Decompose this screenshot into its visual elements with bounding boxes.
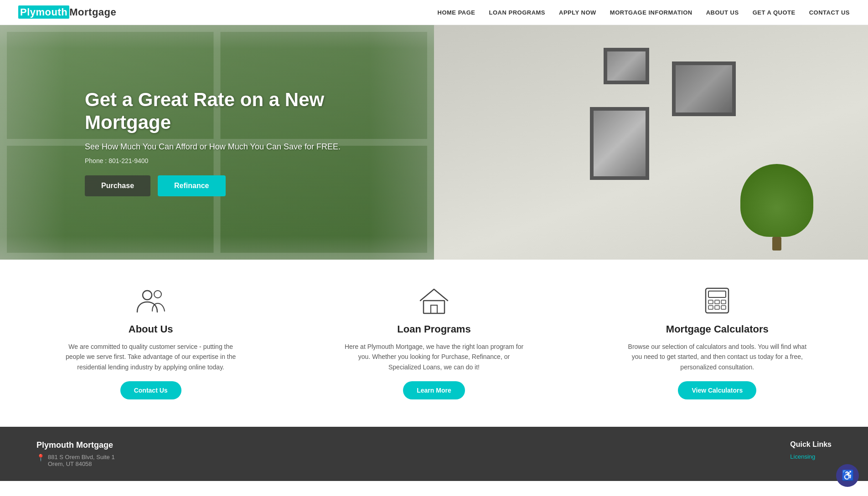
footer-address-line1: 881 S Orem Blvd, Suite 1 (48, 454, 115, 460)
features-section: About Us We are committed to quality cus… (0, 260, 868, 427)
svg-rect-12 (708, 306, 713, 309)
nav-loan-programs[interactable]: LOAN PROGRAMS (489, 9, 546, 16)
svg-rect-8 (708, 291, 726, 297)
footer-address: 📍 881 S Orem Blvd, Suite 1 Orem, UT 8405… (36, 454, 115, 467)
hero-headline: Get a Great Rate on a New Mortgage (85, 88, 349, 134)
wall-frame-3 (590, 107, 649, 180)
wall-frame-1 (604, 48, 649, 84)
nav-about-us[interactable]: ABOUT US (706, 9, 739, 16)
svg-rect-9 (708, 300, 713, 304)
plant (740, 164, 813, 246)
hero-content: Get a Great Rate on a New Mortgage See H… (57, 70, 377, 215)
svg-rect-5 (424, 301, 444, 313)
contact-us-button[interactable]: Contact Us (120, 381, 181, 399)
about-us-icon (60, 287, 242, 316)
svg-rect-14 (721, 306, 726, 309)
nav-get-quote[interactable]: GET A QUOTE (753, 9, 796, 16)
feature-mortgage-calculators: Mortgage Calculators Browse our selectio… (626, 287, 808, 399)
footer-quick-links-title: Quick Links (790, 440, 832, 449)
footer-link-licensing[interactable]: Licensing (790, 453, 832, 460)
feature-calculators-title: Mortgage Calculators (626, 323, 808, 335)
feature-loan-programs-title: Loan Programs (343, 323, 525, 335)
loan-programs-icon (343, 287, 525, 316)
hero-phone: Phone : 801-221-9400 (85, 157, 349, 164)
mortgage-calculators-icon (626, 287, 808, 316)
learn-more-button[interactable]: Learn More (403, 381, 465, 399)
refinance-button[interactable]: Refinance (158, 175, 225, 196)
accessibility-icon: ♿ (842, 470, 854, 481)
footer-brand: Plymouth Mortgage 📍 881 S Orem Blvd, Sui… (36, 440, 115, 467)
feature-loan-programs: Loan Programs Here at Plymouth Mortgage,… (343, 287, 525, 399)
logo-highlight: Plymouth (18, 5, 69, 19)
svg-point-4 (154, 291, 161, 298)
footer-brand-name: Plymouth Mortgage (36, 440, 115, 450)
nav-contact-us[interactable]: CONTACT US (809, 9, 850, 16)
footer-address-line2: Orem, UT 84058 (48, 460, 115, 467)
nav-apply-now[interactable]: APPLY NOW (559, 9, 596, 16)
svg-point-3 (143, 291, 152, 300)
nav: HOME PAGE LOAN PROGRAMS APPLY NOW MORTGA… (438, 9, 850, 16)
location-icon: 📍 (36, 454, 45, 462)
purchase-button[interactable]: Purchase (85, 175, 150, 196)
footer: Plymouth Mortgage 📍 881 S Orem Blvd, Sui… (0, 427, 868, 481)
hero-left: Get a Great Rate on a New Mortgage See H… (0, 25, 434, 260)
svg-rect-13 (715, 306, 719, 309)
svg-rect-6 (431, 305, 437, 313)
svg-rect-10 (715, 300, 719, 304)
svg-rect-11 (721, 300, 726, 304)
hero-subheadline: See How Much You Can Afford or How Much … (85, 142, 349, 152)
nav-home[interactable]: HOME PAGE (438, 9, 475, 16)
feature-about-us-desc: We are committed to quality customer ser… (60, 342, 242, 372)
nav-mortgage-info[interactable]: MORTGAGE INFORMATION (610, 9, 692, 16)
hero-section: Get a Great Rate on a New Mortgage See H… (0, 25, 868, 260)
view-calculators-button[interactable]: View Calculators (678, 381, 756, 399)
footer-quick-links: Quick Links Licensing (790, 440, 832, 462)
hero-buttons: Purchase Refinance (85, 175, 349, 196)
feature-about-us: About Us We are committed to quality cus… (60, 287, 242, 399)
wall-frame-2 (672, 61, 736, 116)
feature-about-us-title: About Us (60, 323, 242, 335)
feature-loan-programs-desc: Here at Plymouth Mortgage, we have the r… (343, 342, 525, 372)
feature-calculators-desc: Browse our selection of calculators and … (626, 342, 808, 372)
hero-right (434, 25, 868, 260)
header: PlymouthMortgage HOME PAGE LOAN PROGRAMS… (0, 0, 868, 25)
logo[interactable]: PlymouthMortgage (18, 6, 116, 18)
logo-rest: Mortgage (69, 6, 116, 18)
